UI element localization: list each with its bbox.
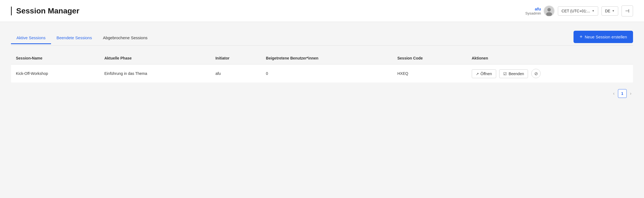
user-role: Sysadmin [525, 11, 541, 15]
table-row: Kick-Off-Workshop Einführung in das Them… [11, 64, 633, 83]
timezone-chevron-icon: ▼ [592, 9, 595, 12]
logout-button[interactable]: ⊣ [622, 5, 633, 16]
avatar [544, 5, 555, 16]
cancel-session-button[interactable]: ⊘ [531, 69, 541, 78]
col-session-name: Session-Name [11, 52, 99, 64]
cell-session-code: HXEQ [392, 64, 467, 83]
checkmark-icon: ☑ [503, 72, 507, 76]
cell-session-name: Kick-Off-Workshop [11, 64, 99, 83]
user-info: afu Sysadmin [525, 5, 555, 16]
user-name: afu [525, 7, 541, 11]
tab-aborted-sessions[interactable]: Abgebrochene Sessions [97, 32, 153, 44]
timezone-dropdown[interactable]: CET (UTC+01:... ▼ [558, 6, 598, 16]
plus-icon: + [580, 34, 583, 40]
end-label: Beenden [509, 72, 524, 76]
sessions-table: Session-Name Aktuelle Phase Initiator Be… [11, 52, 633, 83]
page-1-button[interactable]: 1 [618, 89, 627, 98]
cell-actions: ↗ Öffnen ☑ Beenden ⊘ [467, 64, 633, 83]
cell-current-phase: Einführung in das Thema [99, 64, 210, 83]
language-chevron-icon: ▼ [612, 9, 615, 12]
language-label: DE [605, 9, 610, 13]
open-session-button[interactable]: ↗ Öffnen [472, 69, 496, 78]
col-joined-users: Beigetretene Benutzer*innen [261, 52, 392, 64]
new-session-button[interactable]: + Neue Session erstellen [574, 31, 633, 43]
table-header-row: Session-Name Aktuelle Phase Initiator Be… [11, 52, 633, 64]
open-icon: ↗ [476, 72, 479, 76]
tab-ended-sessions[interactable]: Beendete Sessions [51, 32, 97, 44]
pagination: ‹ 1 › [11, 89, 633, 98]
logout-icon: ⊣ [625, 8, 629, 14]
page-title: Session Manager [11, 7, 79, 15]
prev-icon: ‹ [613, 91, 614, 96]
col-actions: Aktionen [467, 52, 633, 64]
next-icon: › [630, 91, 631, 96]
main-content: Aktive Sessions Beendete Sessions Abgebr… [0, 22, 644, 107]
tab-active-sessions[interactable]: Aktive Sessions [11, 32, 51, 44]
header-right: afu Sysadmin CET (UTC+01:... ▼ DE ▼ ⊣ [525, 5, 633, 16]
tabs-left: Aktive Sessions Beendete Sessions Abgebr… [11, 32, 153, 44]
language-dropdown[interactable]: DE ▼ [601, 6, 618, 16]
user-text: afu Sysadmin [525, 7, 541, 15]
new-session-label: Neue Session erstellen [585, 35, 627, 39]
open-label: Öffnen [481, 72, 492, 76]
sessions-table-container: Session-Name Aktuelle Phase Initiator Be… [11, 52, 633, 83]
svg-point-1 [547, 8, 551, 12]
col-session-code: Session Code [392, 52, 467, 64]
next-page-button[interactable]: › [628, 90, 633, 97]
cancel-icon: ⊘ [534, 71, 538, 76]
cell-joined-users: 0 [261, 64, 392, 83]
col-initiator: Initiator [210, 52, 261, 64]
header: Session Manager afu Sysadmin CET (UTC+01… [0, 0, 644, 22]
timezone-label: CET (UTC+01:... [561, 9, 590, 13]
tabs-bar: Aktive Sessions Beendete Sessions Abgebr… [11, 31, 633, 46]
col-current-phase: Aktuelle Phase [99, 52, 210, 64]
prev-page-button[interactable]: ‹ [611, 90, 616, 97]
end-session-button[interactable]: ☑ Beenden [499, 69, 528, 78]
cell-initiator: afu [210, 64, 261, 83]
